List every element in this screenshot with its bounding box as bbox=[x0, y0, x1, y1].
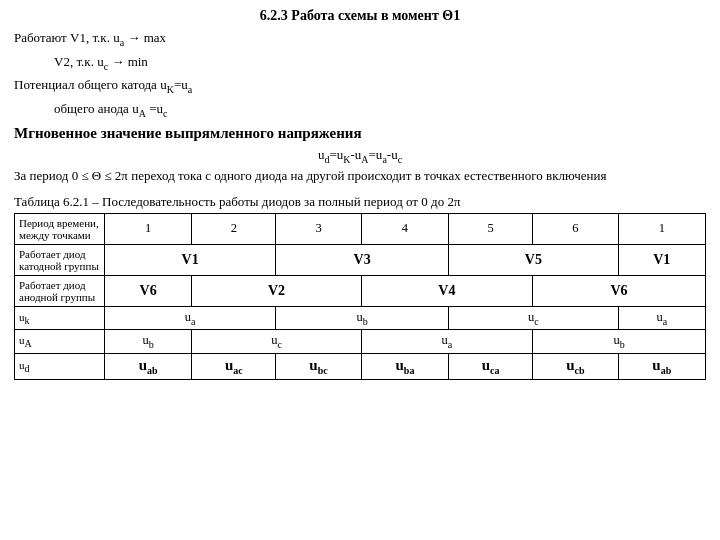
ud-ubc: ubc bbox=[276, 353, 362, 379]
uA-ua: ua bbox=[361, 330, 532, 354]
table-row-ud: ud uab uac ubc uba uca ucb uab bbox=[15, 353, 706, 379]
cathode-label: Работает диодкатодной группы bbox=[15, 244, 105, 275]
formula-ud: ud=uK-uA=ua-uc bbox=[14, 147, 706, 165]
header-1-repeat: 1 bbox=[618, 213, 705, 244]
ud-uca: uca bbox=[449, 353, 533, 379]
cathode-v5: V5 bbox=[449, 244, 618, 275]
line-1: Работают V1, т.к. ua → max bbox=[14, 28, 706, 50]
page-title: 6.2.3 Работа схемы в момент Θ1 bbox=[14, 8, 706, 24]
cathode-v1-2: V1 bbox=[618, 244, 705, 275]
line-4: общего анода uA =uc bbox=[54, 99, 706, 121]
table-row-uA: uA ub uc ua ub bbox=[15, 330, 706, 354]
ud-uba: uba bbox=[361, 353, 448, 379]
header-period-label: Период времени,между точками bbox=[15, 213, 105, 244]
header-1: 1 bbox=[105, 213, 192, 244]
ud-uab-1: uab bbox=[105, 353, 192, 379]
anode-v6-1: V6 bbox=[105, 275, 192, 306]
anode-v4: V4 bbox=[361, 275, 532, 306]
ud-uac: uac bbox=[192, 353, 276, 379]
uk-label: uk bbox=[15, 306, 105, 330]
header-6: 6 bbox=[533, 213, 619, 244]
anode-v2: V2 bbox=[192, 275, 361, 306]
header-2: 2 bbox=[192, 213, 276, 244]
uk-ua-2: ua bbox=[618, 306, 705, 330]
cathode-v3: V3 bbox=[276, 244, 449, 275]
ud-ucb: ucb bbox=[533, 353, 619, 379]
line-5: Мгновенное значение выпрямленного напряж… bbox=[14, 122, 706, 145]
table-header-row: Период времени,между точками 1 2 3 4 5 6… bbox=[15, 213, 706, 244]
uA-ub-2: ub bbox=[533, 330, 706, 354]
line-3: Потенциал общего катода uK=ua bbox=[14, 75, 706, 97]
cathode-v1-1: V1 bbox=[105, 244, 276, 275]
main-table: Период времени,между точками 1 2 3 4 5 6… bbox=[14, 213, 706, 380]
table-row-anode: Работает диоданодной группы V6 V2 V4 V6 bbox=[15, 275, 706, 306]
table-row-cathode: Работает диодкатодной группы V1 V3 V5 V1 bbox=[15, 244, 706, 275]
anode-v6-2: V6 bbox=[533, 275, 706, 306]
line-2: V2, т.к. uc → min bbox=[54, 52, 706, 74]
uk-ua: ua bbox=[105, 306, 276, 330]
table-row-uk: uk ua ub uc ua bbox=[15, 306, 706, 330]
ud-uab-2: uab bbox=[618, 353, 705, 379]
ud-label: ud bbox=[15, 353, 105, 379]
table-title: Таблица 6.2.1 – Последовательность работ… bbox=[14, 194, 706, 210]
header-5: 5 bbox=[449, 213, 533, 244]
anode-label: Работает диоданодной группы bbox=[15, 275, 105, 306]
uA-uc: uc bbox=[192, 330, 361, 354]
line-6: За период 0 ≤ Θ ≤ 2π переход тока с одно… bbox=[14, 166, 706, 186]
uA-ub-1: ub bbox=[105, 330, 192, 354]
uA-label: uA bbox=[15, 330, 105, 354]
uk-ub: ub bbox=[276, 306, 449, 330]
uk-uc: uc bbox=[449, 306, 618, 330]
header-3: 3 bbox=[276, 213, 362, 244]
header-4: 4 bbox=[361, 213, 448, 244]
